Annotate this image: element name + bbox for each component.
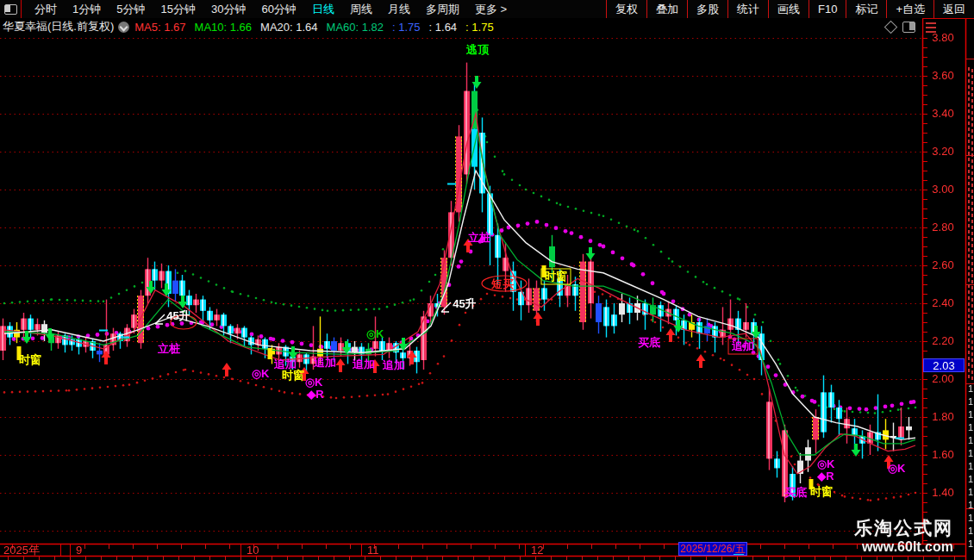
tab-timeshare[interactable]: 分时 [27,2,65,17]
btn-f10[interactable]: F10 [809,0,846,18]
chart-title-bar: 华夏幸福(日线.前复权) MA5: 1.67MA10: 1.66MA20: 1.… [0,18,922,35]
btn-draw[interactable]: 画线 [768,0,809,18]
split-pane-icon[interactable] [902,22,915,33]
tab-1min[interactable]: 1分钟 [65,2,109,17]
window-restore-icon[interactable] [0,0,22,18]
watermark-site-url: www.60lt.com [854,538,953,556]
menu-bar: 分时1分钟5分钟15分钟30分钟60分钟日线周线月线多周期更多 > 复权叠加多股… [0,0,974,19]
tab-weekly[interactable]: 周线 [342,2,380,17]
btn-multi-stock[interactable]: 多股 [687,0,727,18]
btn-stats[interactable]: 统计 [727,0,768,18]
tab-multi-period[interactable]: 多周期 [418,2,467,17]
tab-60min[interactable]: 60分钟 [253,2,303,17]
btn-back[interactable]: 返回 [933,0,974,18]
chevron-down-icon[interactable] [118,22,129,33]
ma-value: MA60: 1.82 [327,21,384,34]
ma-values: MA5: 1.67MA10: 1.66MA20: 1.64MA60: 1.82:… [134,21,502,34]
diamond-marker-icon[interactable] [884,20,898,34]
btn-mark[interactable]: 标记 [846,0,886,18]
ma-value: : 1.75 [392,21,421,34]
tab-5min[interactable]: 5分钟 [109,2,153,17]
period-tabs: 分时1分钟5分钟15分钟30分钟60分钟日线周线月线多周期更多 > [27,2,606,17]
stock-title: 华夏幸福(日线.前复权) [3,19,114,34]
btn-overlay[interactable]: 叠加 [646,0,687,18]
watermark-site-name: 乐淘公式网 [854,518,953,538]
tab-more[interactable]: 更多 > [467,2,515,17]
tab-daily[interactable]: 日线 [304,2,342,17]
ma-value: : 1.64 [429,21,458,34]
toolbar-buttons: 复权叠加多股统计画线F10标记+自选返回 [606,0,974,18]
ma-value: MA5: 1.67 [134,21,185,34]
main-chart-canvas[interactable] [0,0,974,560]
tab-15min[interactable]: 15分钟 [153,2,203,17]
btn-fuquan[interactable]: 复权 [606,0,646,18]
watermark: 乐淘公式网 www.60lt.com [854,518,953,556]
tab-monthly[interactable]: 月线 [380,2,418,17]
app-window: 分时1分钟5分钟15分钟30分钟60分钟日线周线月线多周期更多 > 复权叠加多股… [0,0,974,560]
btn-add-watchlist[interactable]: +自选 [886,0,933,18]
ma-value: MA20: 1.64 [260,21,318,34]
ma-value: MA10: 1.66 [195,21,253,34]
tab-30min[interactable]: 30分钟 [203,2,253,17]
ma-value: : 1.75 [465,21,494,34]
